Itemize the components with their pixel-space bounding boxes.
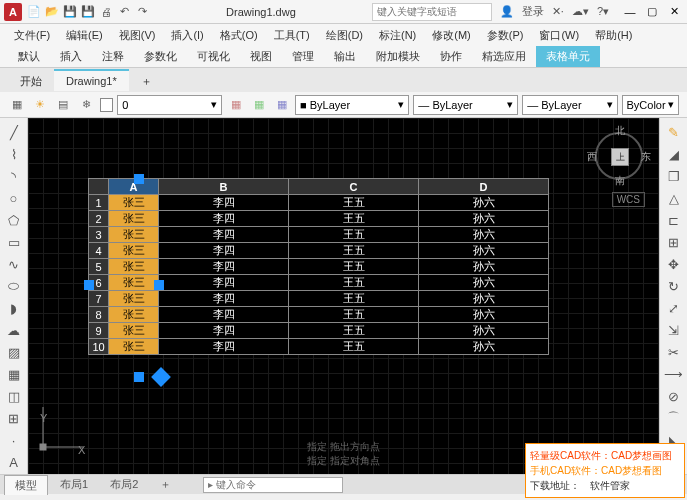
undo-icon[interactable]: ↶ [116, 4, 132, 20]
polyline-tool-icon[interactable]: ⌇ [3, 144, 25, 164]
polygon-tool-icon[interactable]: ⬠ [3, 210, 25, 230]
bylayer-combo-3[interactable]: — ByLayer▾ [522, 95, 617, 115]
bylayer-combo-1[interactable]: ■ ByLayer▾ [295, 95, 409, 115]
layers2-icon[interactable]: ▦ [249, 95, 268, 115]
maximize-icon[interactable]: ▢ [643, 4, 661, 20]
save-icon[interactable]: 💾 [62, 4, 78, 20]
ribbon-tab[interactable]: 输出 [324, 46, 366, 67]
selection-handle[interactable] [84, 280, 94, 290]
rectangle-tool-icon[interactable]: ▭ [3, 232, 25, 252]
menu-item[interactable]: 格式(O) [214, 26, 264, 45]
point-tool-icon[interactable]: · [3, 430, 25, 450]
fillet-icon[interactable]: ⌒ [663, 408, 685, 428]
table-row[interactable]: 4张三李四王五孙六 [89, 243, 549, 259]
view-compass[interactable]: 上 北 南 东 西 [589, 126, 649, 186]
copy-icon[interactable]: ❐ [663, 166, 685, 186]
menu-item[interactable]: 视图(V) [113, 26, 162, 45]
table-row[interactable]: 7张三李四王五孙六 [89, 291, 549, 307]
redo-icon[interactable]: ↷ [134, 4, 150, 20]
exchange-icon[interactable]: ✕· [552, 5, 564, 18]
selection-handle[interactable] [134, 174, 144, 184]
tab-start[interactable]: 开始 [8, 68, 54, 93]
menu-item[interactable]: 标注(N) [373, 26, 422, 45]
saveas-icon[interactable]: 💾 [80, 4, 96, 20]
ribbon-tab[interactable]: 管理 [282, 46, 324, 67]
tab-model[interactable]: 模型 [4, 475, 48, 495]
new-icon[interactable]: 📄 [26, 4, 42, 20]
ribbon-tab[interactable]: 表格单元 [536, 46, 600, 67]
menu-item[interactable]: 编辑(E) [60, 26, 109, 45]
tab-add-layout-icon[interactable]: ＋ [150, 475, 181, 494]
menu-item[interactable]: 插入(I) [165, 26, 209, 45]
circle-tool-icon[interactable]: ○ [3, 188, 25, 208]
user-icon[interactable]: 👤 [500, 5, 514, 18]
table-row[interactable]: 9张三李四王五孙六 [89, 323, 549, 339]
freeze-icon[interactable]: ❄ [77, 95, 96, 115]
array-icon[interactable]: ⊞ [663, 232, 685, 252]
table-row[interactable]: 5张三李四王五孙六 [89, 259, 549, 275]
ribbon-tab[interactable]: 协作 [430, 46, 472, 67]
menu-item[interactable]: 文件(F) [8, 26, 56, 45]
arc-tool-icon[interactable]: ◝ [3, 166, 25, 186]
ribbon-tab[interactable]: 可视化 [187, 46, 240, 67]
plot-icon[interactable]: 🖨 [98, 4, 114, 20]
ellipse-arc-icon[interactable]: ◗ [3, 298, 25, 318]
table-tool-icon[interactable]: ⊞ [3, 408, 25, 428]
table-row[interactable]: 8张三李四王五孙六 [89, 307, 549, 323]
tab-add-icon[interactable]: ＋ [129, 68, 164, 93]
layer-combo[interactable]: 0▾ [117, 95, 222, 115]
tab-drawing1[interactable]: Drawing1* [54, 69, 129, 91]
hatch-tool-icon[interactable]: ▨ [3, 342, 25, 362]
menu-item[interactable]: 修改(M) [426, 26, 477, 45]
trim-icon[interactable]: ✂ [663, 342, 685, 362]
table-header[interactable] [89, 179, 109, 195]
tab-layout1[interactable]: 布局1 [50, 475, 98, 494]
spline-tool-icon[interactable]: ∿ [3, 254, 25, 274]
ribbon-tab[interactable]: 插入 [50, 46, 92, 67]
color-swatch[interactable] [100, 98, 113, 112]
ribbon-tab[interactable]: 精选应用 [472, 46, 536, 67]
mirror-icon[interactable]: △ [663, 188, 685, 208]
ribbon-tab[interactable]: 注释 [92, 46, 134, 67]
menu-item[interactable]: 工具(T) [268, 26, 316, 45]
gradient-tool-icon[interactable]: ▦ [3, 364, 25, 384]
table-header[interactable]: D [419, 179, 549, 195]
menu-item[interactable]: 参数(P) [481, 26, 530, 45]
login-link[interactable]: 登录 [522, 4, 544, 19]
menu-item[interactable]: 窗口(W) [533, 26, 585, 45]
offset-icon[interactable]: ⊏ [663, 210, 685, 230]
layer-icon[interactable]: ▤ [54, 95, 73, 115]
line-tool-icon[interactable]: ╱ [3, 122, 25, 142]
app-icon[interactable]: A [4, 3, 22, 21]
ribbon-tab[interactable]: 附加模块 [366, 46, 430, 67]
revcloud-tool-icon[interactable]: ☁ [3, 320, 25, 340]
selection-handle[interactable] [154, 280, 164, 290]
move-icon[interactable]: ✥ [663, 254, 685, 274]
selection-handle[interactable] [134, 372, 144, 382]
text-tool-icon[interactable]: A [3, 452, 25, 472]
table-header[interactable]: C [289, 179, 419, 195]
tab-layout2[interactable]: 布局2 [100, 475, 148, 494]
viewcube-top[interactable]: 上 [611, 148, 629, 166]
table-row[interactable]: 2张三李四王五孙六 [89, 211, 549, 227]
ribbon-tab[interactable]: 参数化 [134, 46, 187, 67]
ribbon-tab[interactable]: 视图 [240, 46, 282, 67]
close-icon[interactable]: ✕ [665, 4, 683, 20]
layers3-icon[interactable]: ▦ [272, 95, 291, 115]
menu-item[interactable]: 绘图(D) [320, 26, 369, 45]
table-header[interactable]: B [159, 179, 289, 195]
cloud-icon[interactable]: ☁▾ [572, 5, 589, 18]
ellipse-tool-icon[interactable]: ⬭ [3, 276, 25, 296]
drawing-canvas[interactable]: 上 北 南 东 西 WCS ABCD 1张三李四王五孙六2张三李四王五孙六3张三… [28, 118, 659, 474]
layers1-icon[interactable]: ▦ [226, 95, 245, 115]
minimize-icon[interactable]: — [621, 4, 639, 20]
table-row[interactable]: 10张三李四王五孙六 [89, 339, 549, 355]
sun-icon[interactable]: ☀ [31, 95, 50, 115]
extend-icon[interactable]: ⟶ [663, 364, 685, 384]
table-row[interactable]: 3张三李四王五孙六 [89, 227, 549, 243]
command-input[interactable] [203, 477, 343, 493]
cad-table[interactable]: ABCD 1张三李四王五孙六2张三李四王五孙六3张三李四王五孙六4张三李四王五孙… [88, 178, 549, 355]
open-icon[interactable]: 📂 [44, 4, 60, 20]
help-icon[interactable]: ?▾ [597, 5, 609, 18]
layer-prop-icon[interactable]: ▦ [8, 95, 27, 115]
